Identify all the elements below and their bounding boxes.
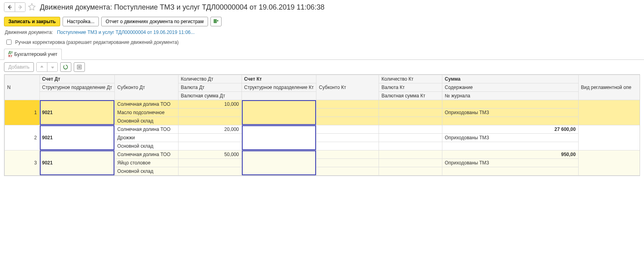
cell-acc-kt xyxy=(242,150,316,176)
cell-content: Оприходованы ТМЗ xyxy=(442,134,578,142)
move-up-button xyxy=(37,63,47,71)
cell-sub-kt2 xyxy=(316,109,379,117)
forward-button xyxy=(15,3,25,12)
page-title: Движения документа: Поступление ТМЗ и ус… xyxy=(40,3,324,12)
col-sub-dt[interactable]: Субконто Дт xyxy=(115,75,179,100)
cell-reg xyxy=(578,150,640,176)
cell-cur-dt xyxy=(178,159,242,167)
cell-sub2: Масло подсолнечное xyxy=(115,109,179,117)
col-reg-op[interactable]: Вид регламентной опе xyxy=(578,75,640,100)
cell-acc-dt: 9021 xyxy=(39,100,115,125)
cell-sub3: Основной склад xyxy=(115,167,179,176)
refresh-button[interactable] xyxy=(60,62,71,72)
save-close-button[interactable]: Записать и закрыть xyxy=(4,17,60,26)
cell-sub-kt3 xyxy=(316,117,379,125)
cell-sum: 950,00 xyxy=(442,150,578,159)
cell-sub2: Дрожжи xyxy=(115,134,179,142)
col-cur-sum-dt[interactable]: Валютная сумма Дт xyxy=(178,92,242,100)
cell-cur-kt xyxy=(379,159,442,167)
settings-button[interactable]: Настройка... xyxy=(63,17,99,26)
cell-cursum-dt xyxy=(178,117,242,125)
cell-cur-dt xyxy=(178,134,242,142)
cell-qty-kt xyxy=(379,125,442,134)
cell-cursum-kt xyxy=(379,142,442,150)
col-cur-sum-kt[interactable]: Валютная сумма Кт xyxy=(379,92,442,100)
col-sub-kt[interactable]: Субконто Кт xyxy=(316,75,379,100)
cell-sub-kt xyxy=(316,150,379,159)
report-button[interactable]: Отчет о движениях документа по регистрам xyxy=(101,17,208,26)
cell-acc-dt: 9021 xyxy=(39,125,115,150)
svg-rect-2 xyxy=(214,19,217,23)
cell-sub-kt xyxy=(316,100,379,109)
table-row[interactable]: 1 9021 Солнечная долина ТОО 10,000 xyxy=(5,100,640,109)
favorite-star-icon[interactable] xyxy=(28,3,36,12)
col-qty-dt[interactable]: Количество Дт xyxy=(178,75,242,83)
dt-kt-icon: ДтКт xyxy=(8,51,13,58)
cell-qty-dt: 10,000 xyxy=(178,100,242,109)
cell-acc-kt xyxy=(242,100,316,125)
col-journal[interactable]: № журнала xyxy=(442,92,578,100)
cell-sub1: Солнечная долина ТОО xyxy=(115,150,179,159)
cell-sub3: Основной склад xyxy=(115,117,179,125)
cell-cur-kt xyxy=(379,109,442,117)
cell-cur-kt xyxy=(379,134,442,142)
cell-qty-dt: 20,000 xyxy=(178,125,242,134)
cell-cursum-kt xyxy=(379,117,442,125)
cell-n: 2 xyxy=(5,125,40,150)
cell-sub-kt xyxy=(316,125,379,134)
col-content[interactable]: Содержание xyxy=(442,83,578,92)
col-dept-kt[interactable]: Структурное подразделение Кт xyxy=(242,83,316,92)
col-n[interactable]: N xyxy=(5,75,40,100)
cell-sub3: Основной склад xyxy=(115,142,179,150)
col-cur-kt[interactable]: Валюта Кт xyxy=(379,83,442,92)
cell-n: 1 xyxy=(5,100,40,125)
manual-edit-label: Ручная корректировка (разрешает редактир… xyxy=(15,40,179,45)
accounting-grid: N Счет Дт Субконто Дт Количество Дт Счет… xyxy=(4,74,640,176)
cell-reg xyxy=(578,125,640,150)
cell-content: Оприходованы ТМЗ xyxy=(442,109,578,117)
cell-journal xyxy=(442,142,578,150)
cell-sum: 27 600,00 xyxy=(442,125,578,134)
cell-cursum-dt xyxy=(178,167,242,176)
table-row[interactable]: 3 9021 Солнечная долина ТОО 50,000 950,0… xyxy=(5,150,640,159)
nav-buttons xyxy=(4,2,26,12)
cell-cur-dt xyxy=(178,109,242,117)
col-sum[interactable]: Сумма xyxy=(442,75,578,83)
back-button[interactable] xyxy=(4,3,15,12)
cell-sub-kt2 xyxy=(316,134,379,142)
cell-journal xyxy=(442,167,578,176)
breadcrumb-label: Движения документа: xyxy=(5,30,53,35)
col-cur-dt[interactable]: Валюта Дт xyxy=(178,83,242,92)
refresh-registers-button[interactable] xyxy=(210,17,222,26)
cell-sub-kt2 xyxy=(316,159,379,167)
col-qty-kt[interactable]: Количество Кт xyxy=(379,75,442,83)
cell-reg xyxy=(578,100,640,125)
cell-sub2: Яйцо столовое xyxy=(115,159,179,167)
cell-qty-kt xyxy=(379,100,442,109)
col-acc-dt[interactable]: Счет Дт xyxy=(39,75,115,83)
cell-sub-kt3 xyxy=(316,142,379,150)
cell-n: 3 xyxy=(5,150,40,176)
more-options-button[interactable] xyxy=(74,62,85,72)
cell-sub1: Солнечная долина ТОО xyxy=(115,125,179,134)
tab-accounting[interactable]: ДтКт Бухгалтерский учет xyxy=(4,49,62,60)
cell-cursum-kt xyxy=(379,167,442,176)
cell-cursum-dt xyxy=(178,142,242,150)
cell-content: Оприходованы ТМЗ xyxy=(442,159,578,167)
cell-qty-kt xyxy=(379,150,442,159)
tab-label: Бухгалтерский учет xyxy=(14,51,57,57)
manual-edit-checkbox[interactable] xyxy=(6,40,12,45)
col-acc-kt[interactable]: Счет Кт xyxy=(242,75,316,83)
breadcrumb-link[interactable]: Поступление ТМЗ и услуг ТДЛ00000004 от 1… xyxy=(57,30,194,35)
move-down-button xyxy=(47,63,57,71)
cell-sub-kt3 xyxy=(316,167,379,176)
cell-sub1: Солнечная долина ТОО xyxy=(115,100,179,109)
breadcrumb: Движения документа: Поступление ТМЗ и ус… xyxy=(0,29,644,36)
cell-sum xyxy=(442,100,578,109)
cell-acc-kt xyxy=(242,125,316,150)
cell-journal xyxy=(442,117,578,125)
add-button: Добавить xyxy=(4,62,34,72)
col-dept-dt[interactable]: Структурное подразделение Дт xyxy=(39,83,115,92)
table-row[interactable]: 2 9021 Солнечная долина ТОО 20,000 27 60… xyxy=(5,125,640,134)
cell-qty-dt: 50,000 xyxy=(178,150,242,159)
